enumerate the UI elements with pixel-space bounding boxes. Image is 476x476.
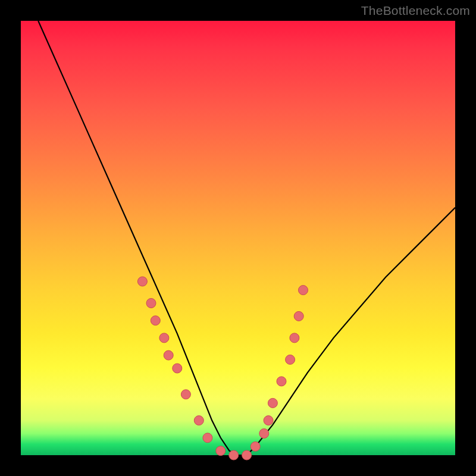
- marker-dot: [203, 433, 212, 443]
- marker-dot: [294, 311, 303, 321]
- marker-dot: [146, 299, 156, 308]
- marker-dot: [299, 286, 308, 295]
- marker-dot: [173, 364, 182, 373]
- marker-dot: [137, 277, 147, 286]
- highlighted-points-group: [137, 277, 308, 460]
- marker-dot: [229, 450, 239, 460]
- marker-dot: [181, 390, 190, 399]
- marker-dot: [264, 416, 273, 425]
- marker-dot: [159, 333, 169, 343]
- marker-dot: [151, 316, 160, 325]
- marker-dot: [290, 333, 299, 343]
- marker-dot: [242, 450, 252, 460]
- chart-svg: [21, 21, 455, 455]
- watermark-text: TheBottleneck.com: [361, 4, 470, 18]
- marker-dot: [194, 416, 203, 425]
- marker-dot: [216, 446, 226, 456]
- chart-plot-area: [21, 21, 455, 455]
- marker-dot: [268, 398, 277, 408]
- marker-dot: [286, 355, 295, 364]
- chart-frame: TheBottleneck.com: [0, 0, 476, 476]
- bottleneck-curve: [38, 21, 455, 455]
- marker-dot: [250, 441, 260, 451]
- marker-dot: [277, 377, 286, 386]
- marker-dot: [259, 429, 269, 439]
- marker-dot: [164, 350, 173, 360]
